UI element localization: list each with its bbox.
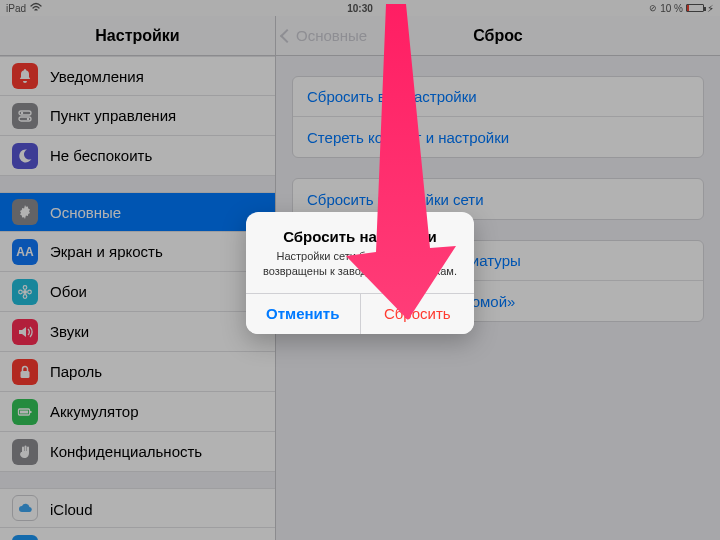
dialog-confirm-button[interactable]: Сбросить — [361, 294, 475, 334]
dialog-cancel-button[interactable]: Отменить — [246, 294, 361, 334]
reset-confirm-dialog: Сбросить настройки Настройки сети будут … — [246, 212, 474, 334]
back-label: Основные — [296, 27, 367, 44]
back-button[interactable]: Основные — [276, 27, 367, 44]
dialog-title: Сбросить настройки — [260, 228, 460, 245]
app-root: iPad 10:30 ⊘ 10 % ⚡︎ Настройки Уведомлен… — [0, 0, 720, 540]
dialog-message: Настройки сети будут удалены и возвращен… — [260, 249, 460, 279]
dialog-actions: Отменить Сбросить — [246, 293, 474, 334]
chevron-left-icon — [280, 28, 294, 42]
dialog-body: Сбросить настройки Настройки сети будут … — [246, 212, 474, 293]
